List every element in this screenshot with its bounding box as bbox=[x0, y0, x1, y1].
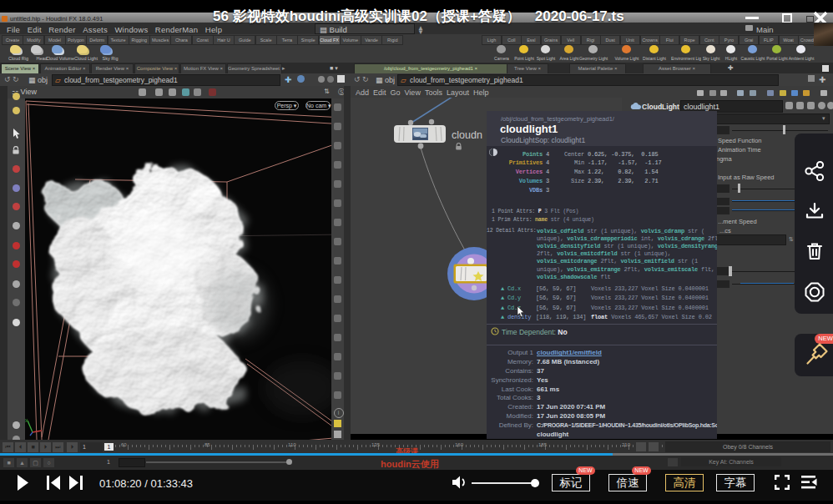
svg-text:y: y bbox=[25, 417, 28, 422]
